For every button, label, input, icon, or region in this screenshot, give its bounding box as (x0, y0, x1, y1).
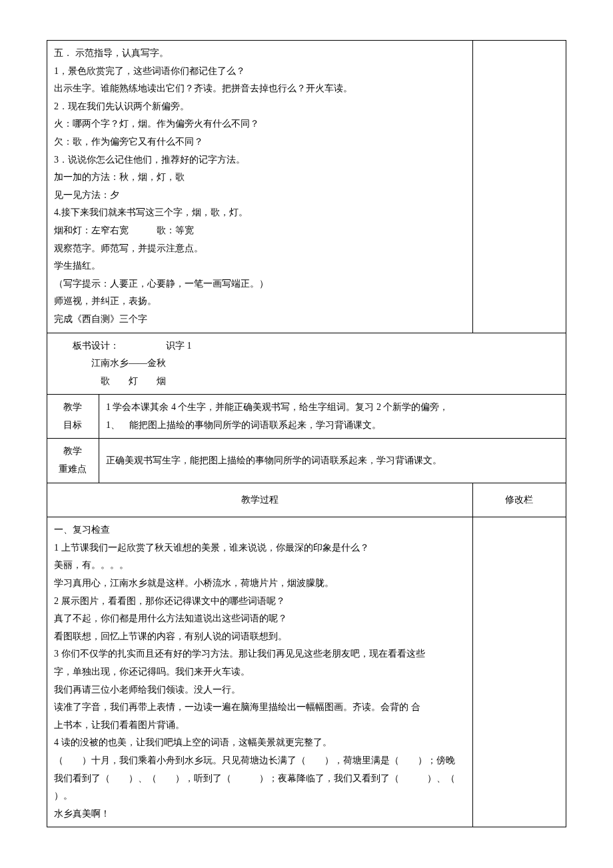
line: 真了不起，你们都是用什么方法知道说出这些词语的呢？ (54, 610, 466, 628)
board-line: 歌 灯 烟 (54, 373, 559, 391)
process-header: 教学过程 (47, 483, 473, 517)
line: 水乡真美啊！ (54, 805, 466, 823)
line: 完成《西自测》三个字 (54, 311, 466, 329)
section1-side (472, 41, 566, 333)
line: 出示生字。谁能熟练地读出它们？齐读。把拼音去掉也行么？开火车读。 (54, 80, 466, 98)
line: 字，单独出现，你还记得吗。我们来开火车读。 (54, 663, 466, 681)
line: 上书本，让我们看着图片背诵。 (54, 717, 466, 735)
difficulty-content: 正确美观书写生字，能把图上描绘的事物同所学的词语联系起来，学习背诵课文。 (99, 439, 566, 483)
line: 我们再请三位小老师给我们领读。没人一行。 (54, 681, 466, 699)
line: 欠：歌，作为偏旁它又有什么不同？ (54, 133, 466, 151)
line: 美丽，有。。。。 (54, 557, 466, 575)
section2-side (472, 517, 566, 827)
goals-line: 1 学会本课其余 4 个生字，并能正确美观书写，给生字组词。复习 2 个新学的偏… (106, 399, 559, 417)
revise-header: 修改栏 (472, 483, 566, 517)
difficulty-label: 教学 重难点 (47, 439, 99, 483)
line: 3．说说你怎么记住他们，推荐好的记字方法。 (54, 151, 466, 169)
section2-content: 一、复习检查 1 上节课我们一起欣赏了秋天谁想的美景，谁来说说，你最深的印象是什… (47, 517, 473, 827)
line: 见一见方法：夕 (54, 187, 466, 205)
goals-content: 1 学会本课其余 4 个生字，并能正确美观书写，给生字组词。复习 2 个新学的偏… (99, 395, 566, 439)
line: 学习真用心，江南水乡就是这样。小桥流水，荷塘片片，烟波朦胧。 (54, 575, 466, 593)
line: 加一加的方法：秋，烟，灯，歌 (54, 169, 466, 187)
difficulty-line: 正确美观书写生字，能把图上描绘的事物同所学的词语联系起来，学习背诵课文。 (106, 452, 559, 470)
line: 4 读的没被的也美，让我们吧填上空的词语，这幅美景就更完整了。 (54, 734, 466, 752)
line: 一、复习检查 (54, 521, 466, 539)
line: 学生描红。 (54, 257, 466, 275)
board-design: 板书设计： 识字 1 江南水乡——金秋 歌 灯 烟 (47, 333, 566, 395)
line: 读准了字音，我们再带上表情，一边读一遍在脑海里描绘出一幅幅图画。齐读。会背的 合 (54, 699, 466, 717)
goals-line: 1、 能把图上描绘的事物同所学的词语联系起来，学习背诵课文。 (106, 417, 559, 435)
line: （ ）十月，我们乘着小舟到水乡玩。只见荷塘边长满了（ ），荷塘里满是（ ）；傍晚 (54, 752, 466, 770)
line: 2．现在我们先认识两个新偏旁。 (54, 98, 466, 116)
section1-content: 五． 示范指导，认真写字。 1，景色欣赏完了，这些词语你们都记住了么？ 出示生字… (47, 41, 473, 333)
line: 火：哪两个字？灯，烟。作为偏旁火有什么不同？ (54, 115, 466, 133)
line: 1，景色欣赏完了，这些词语你们都记住了么？ (54, 63, 466, 81)
board-line: 板书设计： 识字 1 (54, 337, 559, 355)
line: 烟和灯：左窄右宽 歌：等宽 (54, 222, 466, 240)
document-page: 五． 示范指导，认真写字。 1，景色欣赏完了，这些词语你们都记住了么？ 出示生字… (0, 0, 613, 868)
line: （写字提示：人要正，心要静，一笔一画写端正。） (54, 275, 466, 293)
line: 看图联想，回忆上节课的内容，有别人说的词语联想到。 (54, 628, 466, 646)
lesson-table: 五． 示范指导，认真写字。 1，景色欣赏完了，这些词语你们都记住了么？ 出示生字… (47, 40, 566, 827)
line: 观察范字。师范写，并提示注意点。 (54, 240, 466, 258)
board-line: 江南水乡——金秋 (54, 355, 559, 373)
line: 1 上节课我们一起欣赏了秋天谁想的美景，谁来说说，你最深的印象是什么？ (54, 539, 466, 557)
line: 我们看到了（ ）、（ ），听到了（ ）；夜幕降临了，我们又看到了（ ）、（ ）。 (54, 770, 466, 805)
line: 4.接下来我们就来书写这三个字，烟，歌，灯。 (54, 204, 466, 222)
line: 3 你们不仅学的扎实而且还有好的学习方法。那让我们再见见这些老朋友吧，现在看看这… (54, 645, 466, 663)
line: 五． 示范指导，认真写字。 (54, 45, 466, 63)
goals-label: 教学 目标 (47, 395, 99, 439)
line: 2 展示图片，看看图，那你还记得课文中的哪些词语呢？ (54, 593, 466, 611)
line: 师巡视，并纠正，表扬。 (54, 293, 466, 311)
